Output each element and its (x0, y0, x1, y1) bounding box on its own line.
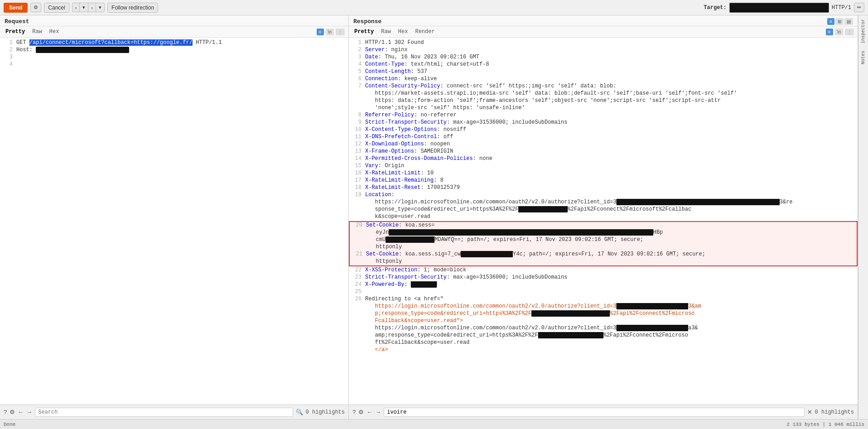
next-button[interactable]: › (88, 3, 96, 12)
resp-more-icon-btn[interactable]: ⋮ (845, 29, 854, 35)
resp-line-3: 3 Date: Thu, 16 Nov 2023 09:02:16 GMT (349, 54, 858, 61)
request-line-2: 2 Host: ████████████████████████████ (0, 47, 348, 54)
resp-line-23: 23 Strict-Transport-Security: max-age=31… (349, 274, 858, 281)
resp-line-9: 9 Strict-Transport-Security: max-age=315… (349, 119, 858, 126)
resp-wrap-icon-btn[interactable]: \n (835, 29, 843, 35)
response-tabs-bar: Pretty Raw Hex Render ≡ \n ⋮ (349, 26, 858, 38)
response-search-input[interactable] (384, 408, 804, 417)
edit-target-button[interactable]: ✏ (854, 3, 864, 12)
request-line-4: 4 (0, 61, 348, 68)
tab-response-pretty[interactable]: Pretty (352, 28, 376, 36)
cancel-button[interactable]: Cancel (44, 3, 69, 13)
resp-search-close-button[interactable]: ✕ (807, 409, 812, 415)
resp-line-22: 22 X-XSS-Protection: 1; mode=block (349, 267, 858, 274)
resp-line-8: 8 Referrer-Policy: no-referrer (349, 112, 858, 119)
request-help-icon[interactable]: ? (4, 409, 7, 415)
tab-response-render[interactable]: Render (413, 28, 436, 36)
resp-help-icon[interactable]: ? (352, 409, 356, 415)
resp-line-21b: httponly (350, 258, 857, 265)
send-button[interactable]: Send (4, 3, 28, 13)
panels-wrapper: Request Pretty Raw Hex ≡ \n ⋮ 1 GET /api… (0, 15, 868, 419)
resp-line-15: 15 Vary: Origin (349, 163, 858, 170)
status-info: 2 133 bytes | 1 046 millis (786, 422, 864, 427)
tab-request-raw[interactable]: Raw (30, 28, 44, 36)
resp-line-19c: sponse_type=code&redirect_uri=https%3A%2… (349, 206, 858, 213)
resp-line-14: 14 X-Permitted-Cross-Domain-Policies: no… (349, 155, 858, 163)
tab-response-raw[interactable]: Raw (379, 28, 393, 36)
resp-line-19a: 19 Location: (349, 192, 858, 199)
resp-line-6: 6 Connection: keep-alive (349, 76, 858, 83)
target-input[interactable] (729, 3, 829, 13)
request-title: Request (0, 15, 348, 26)
resp-line-26g: ft%2Fcallback&scope=user.read (349, 339, 858, 347)
history-button[interactable]: ▾ (79, 3, 88, 12)
resp-line-7a: 7 Content-Security-Policy: connect-src '… (349, 83, 858, 90)
resp-line-20d: httponly (350, 244, 857, 251)
response-search-bar: ? ⚙ ← → ✕ 0 highlights (349, 405, 858, 419)
request-search-settings-icon[interactable]: ⚙ (10, 409, 15, 415)
resp-line-26b: https://login.microsoftonline.com/common… (349, 303, 858, 310)
resp-line-20b: eyJn████████████████████████████████████… (350, 229, 857, 236)
next-dropdown[interactable]: ▾ (96, 3, 105, 12)
resp-line-5: 5 Content-Length: 537 (349, 68, 858, 76)
resp-line-25: 25 (349, 289, 858, 296)
request-highlights-count: 0 highlights (306, 409, 345, 415)
request-search-button[interactable]: 🔍 (296, 409, 303, 415)
resp-line-4: 4 Content-Type: text/html; charset=utf-8 (349, 61, 858, 68)
resp-view-hex-btn[interactable]: ▤ (844, 18, 853, 25)
resp-line-2: 2 Server: nginx (349, 47, 858, 54)
status-bar: Done 2 133 bytes | 1 046 millis (0, 419, 868, 429)
resp-line-13: 13 X-Frame-Options: SAMEORIGIN (349, 148, 858, 155)
tab-icons: ≡ \n ⋮ (317, 29, 345, 35)
request-code-area[interactable]: 1 GET /api/connect/microsoft?callback=ht… (0, 38, 348, 405)
resp-line-12: 12 X-Download-Options: noopen (349, 141, 858, 148)
request-search-bar: ? ⚙ ← → 🔍 0 highlights (0, 405, 348, 419)
resp-line-19b: https://login.microsoftonline.com/common… (349, 199, 858, 206)
settings-button[interactable]: ⚙ (30, 3, 41, 12)
tab-response-hex[interactable]: Hex (396, 28, 410, 36)
resp-view-raw-btn[interactable]: ⊞ (835, 18, 844, 25)
tab-request-hex[interactable]: Hex (48, 28, 61, 36)
request-search-input[interactable] (35, 408, 293, 417)
resp-line-17: 17 X-RateLimit-Remaining: 8 (349, 177, 858, 184)
resp-line-20c: cmU███████████████MDAWfQ==; path=/; expi… (350, 236, 857, 244)
nav-arrows: ‹ ▾ › ▾ (72, 3, 105, 12)
resp-line-24: 24 X-Powered-By: ████████ (349, 281, 858, 289)
target-label: Target: (704, 5, 726, 11)
follow-redirection-button[interactable]: Follow redirection (107, 3, 158, 13)
resp-line-26f: amp;response_type=code&redirect_uri=http… (349, 332, 858, 339)
resp-line-7d: 'none';style-src 'self' https: 'unsafe-i… (349, 105, 858, 112)
pretty-icon-btn[interactable]: ≡ (317, 29, 324, 35)
request-search-prev-icon[interactable]: ← (18, 409, 24, 415)
request-line-1: 1 GET /api/connect/microsoft?callback=ht… (0, 39, 348, 47)
wrap-icon-btn[interactable]: \n (326, 29, 334, 35)
resp-line-7c: https: data:;form-action 'self';frame-an… (349, 97, 858, 105)
resp-search-settings-icon[interactable]: ⚙ (358, 409, 364, 415)
resp-line-18: 18 X-RateLimit-Reset: 1700125379 (349, 184, 858, 192)
resp-line-26e: https://login.microsoftonline.com/common… (349, 325, 858, 332)
response-title: Response ≡ ⊞ ▤ (349, 15, 858, 26)
request-line-3: 3 (0, 54, 348, 61)
target-section: Target: HTTP/1 ✏ (704, 3, 864, 13)
response-panel: Response ≡ ⊞ ▤ Pretty Raw Hex Render ≡ \… (349, 15, 858, 419)
resp-line-16: 16 X-RateLimit-Limit: 10 (349, 170, 858, 177)
resp-line-26c: p;response_type=code&redirect_uri=https%… (349, 310, 858, 318)
request-panel: Request Pretty Raw Hex ≡ \n ⋮ 1 GET /api… (0, 15, 349, 419)
resp-search-next-icon[interactable]: → (375, 409, 381, 415)
response-code-area[interactable]: 1 HTTP/1.1 302 Found 2 Server: nginx 3 D… (349, 38, 858, 405)
resp-view-pretty-btn[interactable]: ≡ (827, 18, 834, 25)
resp-line-26a: 26 Redirecting to <a href=" (349, 296, 858, 303)
status-text: Done (4, 422, 786, 427)
inspector-icon[interactable]: inspector (860, 17, 867, 45)
resp-line-20a: 20 Set-Cookie: koa.sess= (350, 222, 857, 229)
tab-request-pretty[interactable]: Pretty (4, 28, 27, 36)
prev-button[interactable]: ‹ (72, 3, 80, 12)
resp-search-prev-icon[interactable]: ← (366, 409, 372, 415)
more-icon-btn[interactable]: ⋮ (336, 29, 345, 35)
request-tabs-bar: Pretty Raw Hex ≡ \n ⋮ (0, 26, 348, 38)
resp-pretty-icon-btn[interactable]: ≡ (826, 29, 833, 35)
http-version: HTTP/1 (832, 5, 851, 11)
request-search-next-icon[interactable]: → (26, 409, 32, 415)
resp-line-10: 10 X-Content-Type-Options: nosniff (349, 126, 858, 134)
notes-icon[interactable]: Notes (860, 49, 867, 66)
